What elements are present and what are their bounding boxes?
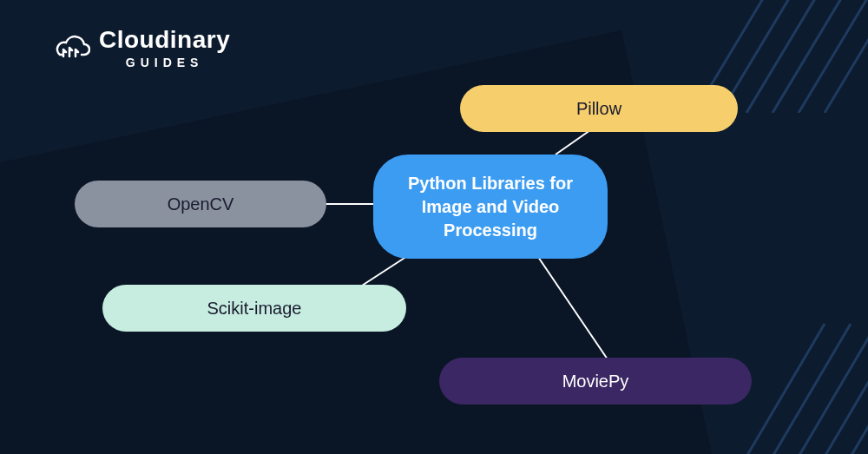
svg-line-7 — [764, 324, 851, 454]
svg-line-10 — [842, 324, 868, 454]
node-pillow-label: Pillow — [576, 99, 621, 119]
svg-line-4 — [799, 0, 868, 113]
node-opencv: OpenCV — [75, 181, 326, 227]
brand-subtitle: GUIDES — [126, 56, 204, 69]
svg-line-5 — [825, 0, 868, 113]
svg-line-2 — [746, 0, 825, 113]
svg-line-9 — [816, 324, 868, 454]
center-node-label: Python Libraries for Image and Video Pro… — [399, 172, 582, 242]
node-moviepy: MoviePy — [439, 358, 752, 405]
node-scikit-label: Scikit-image — [207, 299, 302, 319]
center-node: Python Libraries for Image and Video Pro… — [373, 155, 608, 259]
brand-logo: Cloudinary GUIDES — [52, 26, 230, 69]
node-scikit: Scikit-image — [102, 285, 406, 332]
brand-name: Cloudinary — [99, 26, 230, 54]
svg-line-8 — [790, 324, 868, 454]
node-moviepy-label: MoviePy — [562, 372, 629, 391]
svg-line-3 — [773, 0, 851, 113]
node-pillow: Pillow — [460, 85, 738, 132]
node-opencv-label: OpenCV — [168, 194, 234, 214]
cloud-icon — [52, 32, 90, 63]
svg-line-6 — [738, 324, 825, 454]
